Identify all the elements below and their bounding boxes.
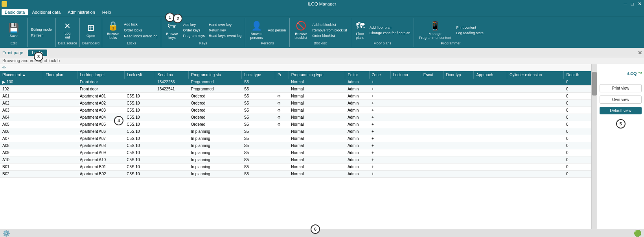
add-floor-plan-button[interactable]: Add floor plan [368, 25, 412, 30]
breadcrumb-front-page[interactable]: Front page [2, 50, 23, 55]
col-lock-mo[interactable]: Lock mo [390, 71, 421, 79]
annotation-3: 3 [34, 52, 43, 61]
col-pr[interactable]: Pr [275, 71, 289, 79]
col-zone[interactable]: Zone [369, 71, 390, 79]
editing-mode-button[interactable]: Editing mode [30, 27, 53, 32]
table-row[interactable]: A06Apartment A06C5S.10In planningS5Norma… [0, 128, 591, 135]
status-right-icon: 🟢 [634, 230, 642, 237]
hand-over-key-button[interactable]: Hand over key [208, 22, 243, 27]
save-button[interactable]: 💾 Save [6, 19, 21, 41]
print-view-button[interactable]: Print view [600, 84, 642, 92]
col-lock-cyli[interactable]: Lock cyli [124, 71, 155, 79]
close-button[interactable]: ✕ [636, 1, 643, 7]
return-key-button[interactable]: Return key [208, 28, 243, 33]
programmer-group-label: Programmer [416, 41, 485, 46]
table-row[interactable]: A04Apartment A04C5S.10OrderedS5⚙NormalAd… [0, 114, 591, 121]
datasource-label: Data source [58, 41, 77, 46]
restore-button[interactable]: □ [629, 1, 635, 7]
edit-icon-row: ✏ [0, 64, 591, 71]
col-editor[interactable]: Editor [345, 71, 369, 79]
minimize-button[interactable]: ─ [622, 1, 629, 7]
print-content-button[interactable]: Print content [455, 25, 485, 30]
col-door-th[interactable]: Door th [564, 71, 591, 79]
table-scrollbar[interactable] [591, 64, 597, 229]
manage-programmer-button[interactable]: 📱 ManageProgrammer content [416, 19, 453, 41]
read-keys-event-log-button[interactable]: Read key's event log [208, 33, 243, 38]
add-to-blocklist-button[interactable]: Add to blocklist [311, 22, 348, 27]
refresh-button[interactable]: Refresh [30, 33, 53, 38]
menu-basic-data[interactable]: Basic data [2, 9, 28, 15]
order-locks-button[interactable]: Order locks [123, 28, 158, 33]
edit-group-label: Edit [11, 41, 17, 46]
toolbar-floorplans-section: 🗺 Floorplans Add floor plan Change zone … [351, 18, 414, 47]
table-row[interactable]: A07Apartment A07C5S.10In planningS5Norma… [0, 135, 591, 142]
floor-plans-button[interactable]: 🗺 Floorplans [353, 19, 367, 41]
locks-table: Placement ▲ Floor plan Locking target Lo… [0, 71, 591, 178]
add-person-button[interactable]: Add person [267, 28, 287, 33]
default-view-button[interactable]: Default view [600, 107, 642, 114]
add-lock-button[interactable]: Add lock [123, 22, 158, 27]
status-left-icon: ⚙️ [2, 230, 10, 237]
table-row[interactable]: B01Apartment B01C5S.10In planningS5Norma… [0, 164, 591, 171]
col-locking-target[interactable]: Locking target [77, 71, 124, 79]
table-row[interactable]: A01Apartment A01C5S.10OrderedS5⚙NormalAd… [0, 93, 591, 100]
save-label: Save [9, 34, 18, 38]
col-floor-plan[interactable]: Floor plan [43, 71, 77, 79]
table-row[interactable]: B02Apartment B02C5S.10In planningS5Norma… [0, 171, 591, 178]
col-lock-type[interactable]: Lock type [242, 71, 275, 79]
open-button[interactable]: ⊞ Open [84, 19, 98, 41]
col-placement[interactable]: Placement ▲ [0, 71, 43, 79]
floor-plans-label: Floorplans [356, 32, 364, 40]
scrollbar-thumb[interactable] [592, 72, 597, 96]
browse-persons-button[interactable]: 👤 Browsepersons [248, 19, 265, 41]
order-blocklist-button[interactable]: Order blocklist [311, 33, 348, 38]
table-row[interactable]: A02Apartment A02C5S.10OrderedS5⚙NormalAd… [0, 100, 591, 107]
own-view-button[interactable]: Own view [600, 96, 642, 104]
remove-from-blocklist-button[interactable]: Remove from blocklist [311, 28, 348, 33]
title-bar: iLOQ Manager ─ □ ✕ [0, 0, 644, 8]
table-row[interactable]: A08Apartment A08C5S.10In planningS5Norma… [0, 142, 591, 149]
col-serial-nu[interactable]: Serial nu [155, 71, 189, 79]
menu-bar: Basic data Additional data Administratio… [0, 8, 644, 17]
edit-pencil-icon[interactable]: ✏ [2, 65, 6, 70]
window-controls: ─ □ ✕ [622, 1, 643, 7]
close-tab-button[interactable]: ✕ [638, 50, 642, 56]
table-scroll-area[interactable]: Placement ▲ Floor plan Locking target Lo… [0, 71, 591, 229]
save-icon: 💾 [8, 23, 19, 33]
program-keys-button[interactable]: Program keys [182, 33, 206, 38]
keys-group-label: Keys [164, 41, 243, 46]
col-prog-type[interactable]: Programming type [289, 71, 345, 79]
col-escut[interactable]: Escut [421, 71, 443, 79]
locks-group-label: Locks [105, 41, 158, 46]
browse-locks-label: Browselocks [107, 32, 119, 40]
browse-locks-button[interactable]: 🔒 Browselocks [105, 19, 121, 41]
browse-blocklist-button[interactable]: 🚫 Browseblocklist [292, 19, 309, 41]
browse-blocklist-label: Browseblocklist [294, 32, 307, 40]
browse-locks-icon: 🔒 [108, 21, 118, 31]
table-row[interactable]: A10Apartment A10C5S.10In planningS5Norma… [0, 156, 591, 164]
menu-administration[interactable]: Administration [64, 9, 98, 15]
toolbar-editmode-section: Editing mode Refresh [28, 18, 56, 47]
col-approach[interactable]: Approach [474, 71, 507, 79]
menu-additional-data[interactable]: Additional data [29, 9, 64, 15]
table-row[interactable]: A05Apartment A05C5S.10OrderedS5⚙NormalAd… [0, 121, 591, 128]
col-prog-sta[interactable]: Programming sta [189, 71, 242, 79]
table-row[interactable]: 102Front door13422541ProgrammedS5NormalA… [0, 86, 591, 93]
col-door-typ[interactable]: Door typ [443, 71, 474, 79]
status-bar: ⚙️ 6 🟢 [0, 229, 644, 237]
toolbar-keys-section: 2 🗝 Browsekeys Add key Order keys Progra… [161, 18, 245, 47]
table-row[interactable]: A09Apartment A09C5S.10In planningS5Norma… [0, 149, 591, 156]
log-reading-state-button[interactable]: Log reading state [455, 31, 485, 35]
floor-plans-icon: 🗺 [356, 21, 364, 31]
add-key-button[interactable]: Add key [182, 22, 206, 27]
change-zone-floorplan-button[interactable]: Change zone for floorplan [368, 31, 412, 35]
table-row[interactable]: ▶ 100Front door13422256ProgrammedS5Norma… [0, 79, 591, 86]
logout-button[interactable]: ✕ Logout [62, 19, 73, 41]
menu-help[interactable]: Help [99, 9, 114, 15]
toolbar-programmer-section: 📱 ManageProgrammer content Print content… [414, 18, 487, 47]
read-locks-event-log-button[interactable]: Read lock's event log [123, 34, 158, 39]
table-row[interactable]: A03Apartment A03C5S.10OrderedS5⚙NormalAd… [0, 107, 591, 114]
order-keys-button[interactable]: Order keys [182, 28, 206, 33]
toolbar-blocklist-section: 🚫 Browseblocklist Add to blocklist Remov… [290, 18, 351, 47]
col-cyl-ext[interactable]: Cylinder extension [507, 71, 564, 79]
